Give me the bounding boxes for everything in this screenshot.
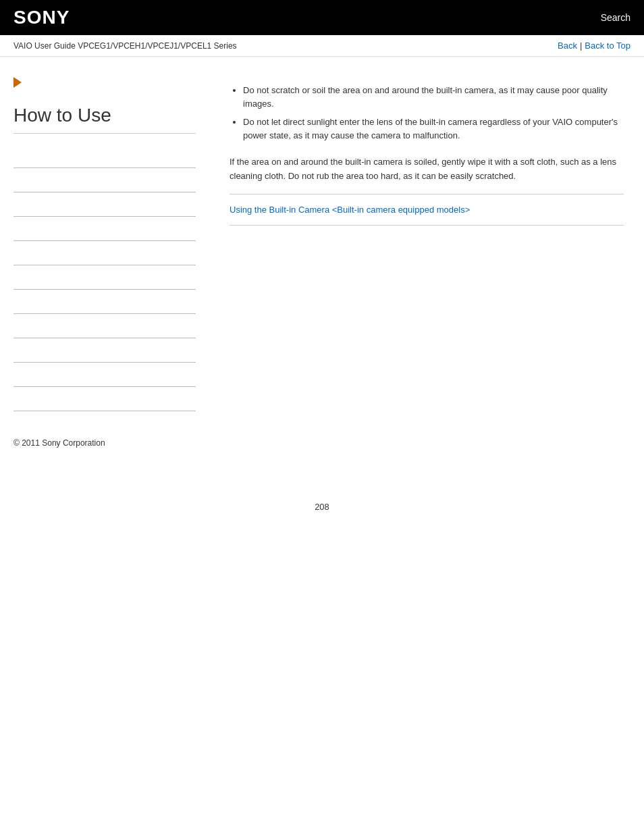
breadcrumb-bar: VAIO User Guide VPCEG1/VPCEH1/VPCEJ1/VPC… xyxy=(0,35,644,57)
sidebar-title: How to Use xyxy=(14,105,196,134)
back-link[interactable]: Back xyxy=(558,41,577,51)
list-item[interactable] xyxy=(14,290,196,314)
sony-logo: SONY xyxy=(14,7,70,28)
page-number: 208 xyxy=(0,488,644,525)
list-item[interactable] xyxy=(14,241,196,265)
nav-links: Back | Back to Top xyxy=(558,41,630,51)
list-item[interactable] xyxy=(14,314,196,338)
list-item[interactable] xyxy=(14,217,196,241)
search-button[interactable]: Search xyxy=(601,12,630,23)
back-to-top-link[interactable]: Back to Top xyxy=(585,41,630,51)
sidebar-links xyxy=(14,144,196,411)
list-item[interactable] xyxy=(14,144,196,168)
built-in-camera-link[interactable]: Using the Built-in Camera <Built-in came… xyxy=(230,205,470,215)
content-divider-bottom xyxy=(230,225,624,226)
content-area: Do not scratch or soil the area on and a… xyxy=(209,57,644,425)
bullet-list: Do not scratch or soil the area on and a… xyxy=(243,84,624,142)
list-item[interactable] xyxy=(14,265,196,290)
sidebar: How to Use xyxy=(0,57,209,425)
list-item[interactable] xyxy=(14,192,196,217)
list-item[interactable] xyxy=(14,387,196,411)
content-divider xyxy=(230,194,624,194)
list-item[interactable] xyxy=(14,338,196,363)
footer-copyright: © 2011 Sony Corporation xyxy=(0,425,644,461)
main-content: How to Use Do not scratch or soil the ar… xyxy=(0,57,644,425)
breadcrumb-text: VAIO User Guide VPCEG1/VPCEH1/VPCEJ1/VPC… xyxy=(14,41,237,51)
content-paragraph: If the area on and around the built-in c… xyxy=(230,155,624,184)
copyright-text: © 2011 Sony Corporation xyxy=(14,438,105,448)
header: SONY Search xyxy=(0,0,644,35)
bullet-item-2: Do not let direct sunlight enter the len… xyxy=(243,115,624,142)
sidebar-arrow-icon xyxy=(14,77,196,95)
list-item[interactable] xyxy=(14,363,196,387)
bullet-item-1: Do not scratch or soil the area on and a… xyxy=(243,84,624,110)
list-item[interactable] xyxy=(14,168,196,192)
nav-separator: | xyxy=(580,41,582,51)
content-section-bullets: Do not scratch or soil the area on and a… xyxy=(230,84,624,142)
